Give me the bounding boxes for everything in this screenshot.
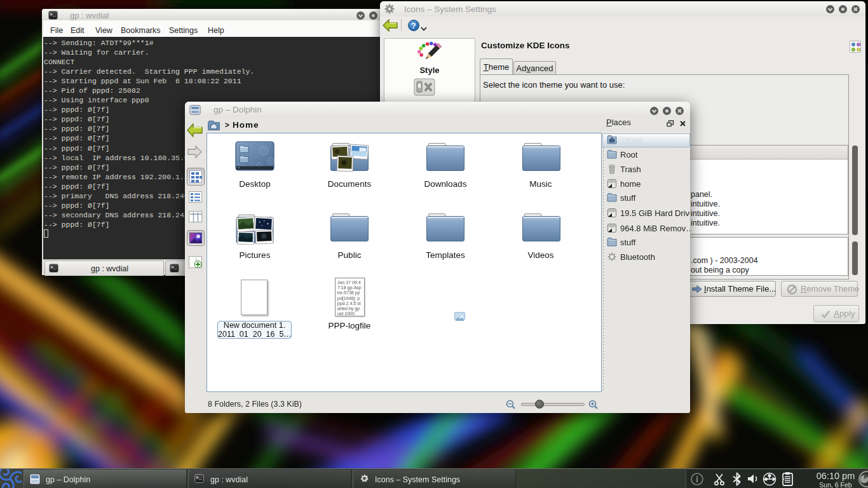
- svg-text:i: i: [696, 475, 698, 484]
